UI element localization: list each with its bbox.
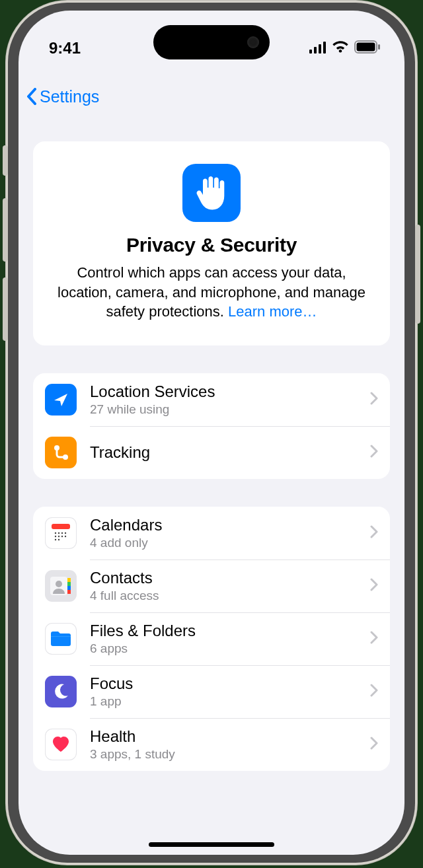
calendar-icon bbox=[45, 517, 77, 549]
group-location: Location Services 27 while using Trackin… bbox=[33, 373, 390, 479]
row-tracking[interactable]: Tracking bbox=[33, 426, 390, 479]
svg-point-15 bbox=[55, 536, 56, 537]
row-detail: 1 app bbox=[90, 694, 370, 709]
row-health[interactable]: Health 3 apps, 1 study bbox=[33, 718, 390, 771]
svg-rect-26 bbox=[67, 590, 71, 594]
page-title: Privacy & Security bbox=[52, 234, 371, 256]
status-bar: 9:41 bbox=[19, 11, 404, 66]
page-description: Control which apps can access your data,… bbox=[52, 263, 371, 322]
row-title: Calendars bbox=[90, 516, 370, 535]
svg-rect-10 bbox=[52, 529, 70, 542]
learn-more-link[interactable]: Learn more… bbox=[228, 303, 317, 320]
chevron-right-icon bbox=[370, 578, 378, 594]
moon-icon bbox=[45, 676, 77, 707]
svg-point-14 bbox=[65, 532, 66, 534]
row-detail: 3 apps, 1 study bbox=[90, 747, 370, 762]
row-files-folders[interactable]: Files & Folders 6 apps bbox=[33, 612, 390, 665]
svg-rect-23 bbox=[67, 578, 71, 582]
row-title: Contacts bbox=[90, 569, 370, 588]
chevron-right-icon bbox=[370, 525, 378, 541]
svg-point-19 bbox=[55, 539, 56, 540]
nav-bar: Settings bbox=[19, 79, 404, 114]
row-detail: 27 while using bbox=[90, 402, 370, 417]
svg-point-18 bbox=[65, 536, 66, 537]
row-focus[interactable]: Focus 1 app bbox=[33, 665, 390, 718]
svg-rect-2 bbox=[319, 44, 321, 54]
row-detail: 4 add only bbox=[90, 536, 370, 550]
group-data-access: Calendars 4 add only Contacts 4 full acc… bbox=[33, 507, 390, 771]
row-location-services[interactable]: Location Services 27 while using bbox=[33, 373, 390, 426]
volume-up-button bbox=[3, 198, 8, 262]
row-title: Location Services bbox=[90, 382, 370, 402]
row-contacts[interactable]: Contacts 4 full access bbox=[33, 560, 390, 612]
svg-rect-0 bbox=[309, 50, 312, 54]
svg-rect-5 bbox=[357, 43, 375, 52]
svg-point-12 bbox=[58, 532, 59, 534]
folder-icon bbox=[45, 623, 77, 655]
chevron-right-icon bbox=[370, 631, 378, 647]
power-button bbox=[415, 225, 420, 324]
back-label: Settings bbox=[40, 87, 99, 106]
svg-point-17 bbox=[61, 536, 63, 537]
svg-rect-9 bbox=[52, 524, 70, 529]
svg-point-11 bbox=[55, 532, 56, 534]
svg-rect-25 bbox=[67, 586, 71, 590]
heart-icon bbox=[45, 729, 77, 760]
header-card: Privacy & Security Control which apps ca… bbox=[33, 141, 390, 345]
contacts-icon bbox=[45, 570, 77, 602]
screen: 9:41 Settings bbox=[19, 11, 404, 855]
chevron-left-icon bbox=[25, 87, 38, 106]
chevron-right-icon bbox=[370, 392, 378, 408]
volume-down-button bbox=[3, 277, 8, 341]
mute-switch bbox=[3, 145, 8, 176]
row-title: Health bbox=[90, 727, 370, 746]
svg-rect-1 bbox=[314, 47, 317, 54]
svg-point-16 bbox=[58, 536, 59, 537]
cellular-icon bbox=[309, 39, 327, 57]
page-description-text: Control which apps can access your data,… bbox=[58, 264, 365, 320]
chevron-right-icon bbox=[370, 737, 378, 752]
svg-rect-24 bbox=[67, 582, 71, 586]
svg-point-22 bbox=[56, 581, 62, 587]
svg-point-20 bbox=[58, 539, 59, 540]
content-scroll[interactable]: Privacy & Security Control which apps ca… bbox=[19, 122, 404, 855]
tracking-icon bbox=[45, 437, 77, 468]
row-detail: 4 full access bbox=[90, 589, 370, 603]
wifi-icon bbox=[332, 39, 349, 57]
svg-point-13 bbox=[61, 532, 63, 534]
home-indicator[interactable] bbox=[149, 842, 274, 847]
back-button[interactable]: Settings bbox=[25, 87, 99, 106]
status-time: 9:41 bbox=[49, 39, 81, 57]
location-arrow-icon bbox=[45, 384, 77, 416]
row-title: Focus bbox=[90, 674, 370, 694]
chevron-right-icon bbox=[370, 684, 378, 700]
privacy-hand-icon bbox=[182, 164, 241, 222]
battery-icon bbox=[354, 39, 381, 57]
row-title: Tracking bbox=[90, 443, 370, 462]
row-title: Files & Folders bbox=[90, 622, 370, 641]
chevron-right-icon bbox=[370, 445, 378, 460]
row-calendars[interactable]: Calendars 4 add only bbox=[33, 507, 390, 560]
device-frame: 9:41 Settings bbox=[5, 0, 418, 865]
row-detail: 6 apps bbox=[90, 641, 370, 656]
svg-rect-3 bbox=[323, 42, 326, 54]
svg-rect-6 bbox=[378, 44, 380, 50]
